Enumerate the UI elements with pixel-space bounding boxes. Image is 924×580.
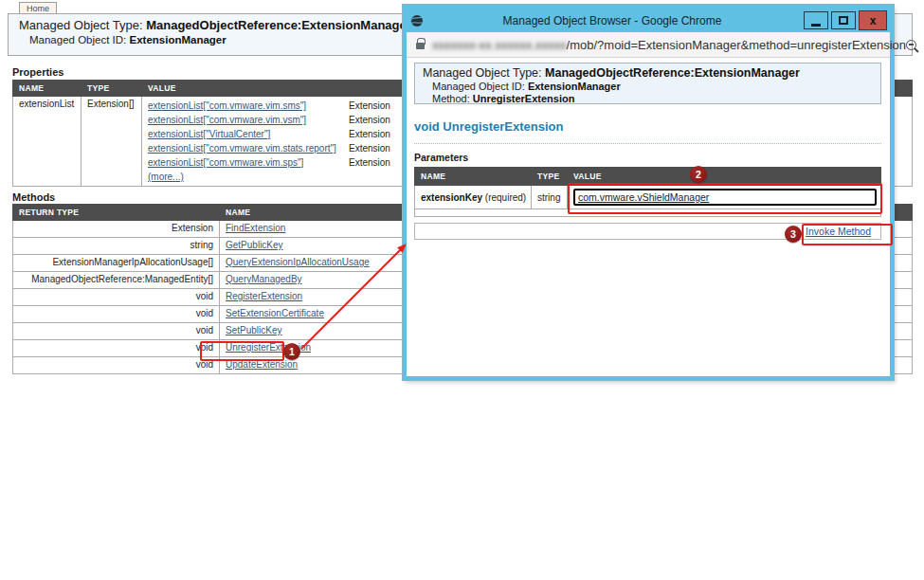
minimize-button[interactable] <box>804 11 828 29</box>
extension-type-label: Extension <box>349 99 390 113</box>
mob-page: Home Managed Object Type: ManagedObjectR… <box>0 0 924 580</box>
parameter-name-cell: extensionKey (required) <box>415 186 532 209</box>
extension-type-label: Extension <box>349 155 390 170</box>
popup-window-title: Managed Object Browser - Google Chrome <box>424 14 801 27</box>
method-signature-heading: void UnregisterExtension <box>414 119 563 134</box>
dotted-separator <box>414 143 881 144</box>
popup-type-line: Managed Object Type: ManagedObjectRefere… <box>423 66 880 80</box>
popup-id-value: ExtensionManager <box>528 81 621 92</box>
popup-content: Managed Object Type: ManagedObjectRefere… <box>407 58 890 376</box>
invoke-method-link[interactable]: Invoke Method <box>806 226 871 237</box>
popup-managed-object-header: Managed Object Type: ManagedObjectRefere… <box>414 63 881 104</box>
popup-id-line: Managed Object ID: ExtensionManager <box>423 81 880 92</box>
parameters-header-row: NAME TYPE VALUE <box>415 168 881 186</box>
invoke-method-bar: Invoke Method <box>414 223 881 240</box>
managed-object-type-value: ManagedObjectReference:ExtensionManager <box>146 18 411 32</box>
extension-link[interactable]: extensionList["com.vmware.vim.vsm"] <box>148 113 349 127</box>
popup-type-label: Managed Object Type: <box>423 66 542 80</box>
minimize-icon <box>811 24 821 27</box>
extension-type-label: Extension <box>349 113 390 127</box>
method-return-type: void <box>13 306 220 323</box>
popup-method-value: UnregisterExtension <box>473 93 575 104</box>
method-link[interactable]: RegisterExtension <box>226 291 302 301</box>
parameters-col-type: TYPE <box>532 168 568 186</box>
parameter-required-note: (required) <box>485 192 526 203</box>
popup-titlebar[interactable]: Managed Object Browser - Google Chrome x <box>407 9 890 32</box>
lock-icon <box>416 43 425 49</box>
parameter-name: extensionKey <box>421 192 482 203</box>
methods-section-title: Methods <box>12 191 55 203</box>
parameter-row: extensionKey (required) string <box>415 186 881 209</box>
maximize-button[interactable] <box>831 11 856 29</box>
method-return-type: void <box>13 323 220 340</box>
extension-link[interactable]: extensionList["com.vmware.vim.sms"] <box>148 99 349 113</box>
method-return-type: void <box>13 357 220 374</box>
extension-type-label: Extension <box>349 141 390 155</box>
method-return-type: Extension <box>13 221 220 238</box>
method-return-type: string <box>13 238 220 255</box>
method-link[interactable]: QueryManagedBy <box>226 274 302 284</box>
popup-id-label: Managed Object ID: <box>432 81 525 92</box>
parameter-type: string <box>532 186 568 209</box>
managed-object-type-label: Managed Object Type: <box>19 18 143 32</box>
method-link[interactable]: SetExtensionCertificate <box>226 308 324 318</box>
extension-link[interactable]: extensionList["com.vmware.vim.sps"] <box>148 155 349 170</box>
chrome-popup-window: Managed Object Browser - Google Chrome x… <box>403 5 894 380</box>
properties-col-type: TYPE <box>82 81 142 97</box>
parameter-value-cell <box>568 186 881 209</box>
step-badge-2: 2 <box>690 166 707 183</box>
method-link[interactable]: FindExtension <box>226 223 285 233</box>
step-badge-3: 3 <box>785 226 802 243</box>
method-return-type: void <box>13 289 220 306</box>
method-link[interactable]: SetPublicKey <box>226 325 281 335</box>
popup-type-value: ManagedObjectReference:ExtensionManager <box>545 66 800 80</box>
property-name: extensionList <box>13 97 82 187</box>
properties-col-name: NAME <box>13 81 82 97</box>
managed-object-id-value: ExtensionManager <box>129 34 226 45</box>
step-badge-1: 1 <box>283 343 300 360</box>
properties-section-title: Properties <box>12 66 63 78</box>
address-bar[interactable]: xxxxxxx-xx.xxxxxx.xxxxx /mob/?moid=Exten… <box>407 32 890 58</box>
zoom-magnifier-icon[interactable] <box>906 40 916 50</box>
extension-link[interactable]: extensionList["VirtualCenter"] <box>148 127 349 141</box>
method-link[interactable]: UpdateExtension <box>226 359 298 370</box>
extension-key-input[interactable] <box>573 189 877 206</box>
close-icon: x <box>870 15 877 27</box>
tab-home-label: Home <box>27 4 49 13</box>
extension-type-label: Extension <box>349 127 390 141</box>
parameters-table: NAME TYPE VALUE extensionKey (required) … <box>414 167 881 217</box>
method-return-type: ManagedObjectReference:ManagedEntity[] <box>13 272 220 289</box>
parameters-col-name: NAME <box>415 168 532 186</box>
extension-link[interactable]: extensionList["com.vmware.vim.stats.repo… <box>148 141 349 155</box>
more-link[interactable]: (more...) <box>148 170 349 184</box>
url-path: /mob/?moid=ExtensionManager&method=unreg… <box>567 38 906 52</box>
property-type: Extension[] <box>82 97 142 187</box>
method-return-type: void <box>13 340 220 357</box>
globe-icon <box>410 14 424 27</box>
parameters-spacer-row <box>415 209 881 217</box>
method-return-type: ExtensionManagerIpAllocationUsage[] <box>13 255 220 272</box>
popup-method-label: Method: <box>432 93 470 104</box>
method-link[interactable]: QueryExtensionIpAllocationUsage <box>226 257 370 267</box>
parameters-section-title: Parameters <box>414 152 468 163</box>
close-button[interactable]: x <box>859 10 887 30</box>
popup-method-line: Method: UnregisterExtension <box>423 93 880 104</box>
maximize-icon <box>839 16 848 25</box>
methods-col-return-type: RETURN TYPE <box>13 205 220 221</box>
url-redacted-host: xxxxxxx-xx.xxxxxx.xxxxx <box>432 38 567 52</box>
managed-object-id-label: Managed Object ID: <box>29 34 126 45</box>
method-link[interactable]: GetPublicKey <box>226 240 283 250</box>
parameters-col-value: VALUE <box>568 168 881 186</box>
